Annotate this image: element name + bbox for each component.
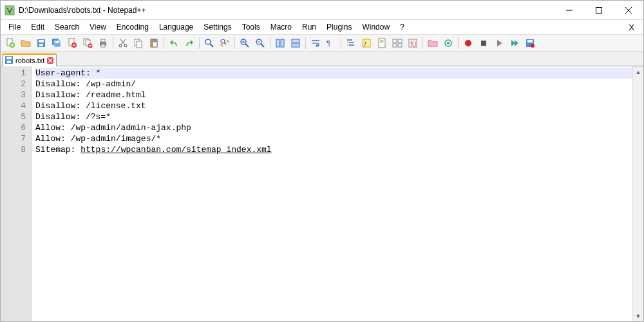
code-line[interactable]: Allow: /wp-admin/images/*	[35, 133, 632, 144]
code-line[interactable]: Disallow: /?s=*	[35, 111, 632, 122]
undo-icon[interactable]	[167, 36, 181, 50]
menu-language[interactable]: Language	[154, 21, 198, 33]
wrap-icon[interactable]	[308, 36, 323, 50]
stop-icon[interactable]	[477, 36, 491, 50]
title-bar: D:\Downloads\robots.txt - Notepad++	[1, 1, 643, 20]
svg-line-27	[121, 39, 126, 44]
svg-point-73	[531, 44, 535, 48]
svg-point-25	[119, 44, 122, 47]
code-line[interactable]: Allow: /wp-admin/admin-ajax.php	[35, 122, 632, 133]
svg-rect-14	[55, 41, 59, 43]
menu-plugins[interactable]: Plugins	[321, 21, 357, 33]
svg-rect-30	[137, 41, 142, 48]
code-line[interactable]: Disallow: /readme.html	[35, 90, 632, 100]
paste-icon[interactable]	[147, 36, 161, 50]
play-multi-icon[interactable]	[507, 36, 522, 50]
scroll-track[interactable]	[633, 77, 643, 310]
svg-point-69	[465, 40, 471, 46]
cut-icon[interactable]	[116, 36, 130, 50]
menu-encoding[interactable]: Encoding	[111, 21, 154, 33]
udlanguage-icon[interactable]: ƒ	[359, 36, 374, 50]
monitor-icon[interactable]	[441, 36, 455, 50]
save-indicator-icon	[5, 56, 13, 65]
menubar-close-button[interactable]: X	[622, 21, 641, 33]
svg-rect-75	[6, 57, 12, 59]
svg-rect-62	[398, 39, 402, 43]
minimize-button[interactable]	[554, 1, 584, 20]
zoom-in-icon[interactable]	[238, 36, 252, 50]
sitemap-link[interactable]: https://wpcanban.com/sitemap_index.xml	[80, 145, 271, 155]
record-icon[interactable]	[461, 36, 475, 50]
svg-rect-10	[39, 40, 44, 43]
func-list-icon[interactable]: f()	[406, 36, 420, 50]
save-icon[interactable]	[34, 36, 48, 50]
whitespace-icon[interactable]: ¶	[324, 36, 338, 50]
svg-rect-23	[101, 39, 105, 42]
svg-rect-11	[39, 44, 43, 46]
svg-rect-61	[393, 39, 397, 43]
play-icon[interactable]	[492, 36, 506, 50]
folder-icon[interactable]	[426, 36, 440, 50]
vertical-scrollbar[interactable]: ▲ ▼	[632, 66, 643, 321]
save-macro-icon[interactable]	[523, 36, 537, 50]
menu-view[interactable]: View	[84, 21, 111, 33]
maximize-button[interactable]	[584, 1, 614, 20]
scroll-down-arrow-icon[interactable]: ▼	[633, 310, 643, 321]
tab-bar: robots.txt	[1, 52, 643, 66]
menu-bar: FileEditSearchViewEncodingLanguageSettin…	[1, 20, 643, 34]
code-line[interactable]: Sitemap: https://wpcanban.com/sitemap_in…	[35, 144, 632, 155]
print-icon[interactable]	[96, 36, 110, 50]
new-file-icon[interactable]	[3, 36, 17, 50]
open-file-icon[interactable]	[19, 36, 33, 50]
close-all-icon[interactable]	[80, 36, 95, 50]
line-number-gutter: 12345678	[1, 66, 32, 321]
replace-icon[interactable]	[218, 36, 232, 50]
menu-tools[interactable]: Tools	[237, 21, 265, 33]
svg-line-39	[245, 44, 249, 47]
close-icon[interactable]	[65, 36, 79, 50]
menu-run[interactable]: Run	[297, 21, 321, 33]
menu-settings[interactable]: Settings	[198, 21, 236, 33]
redo-icon[interactable]	[182, 36, 196, 50]
code-line[interactable]: User-agent: *	[35, 68, 632, 79]
find-icon[interactable]	[202, 36, 216, 50]
svg-rect-58	[380, 40, 384, 41]
svg-point-68	[447, 42, 450, 44]
file-tab[interactable]: robots.txt	[2, 53, 57, 66]
svg-rect-64	[398, 44, 402, 47]
menu-edit[interactable]: Edit	[26, 21, 50, 33]
tab-close-button[interactable]	[47, 57, 53, 64]
svg-point-34	[205, 39, 211, 44]
svg-rect-45	[276, 39, 279, 47]
code-line[interactable]: Disallow: /license.txt	[35, 100, 632, 111]
copy-icon[interactable]	[131, 36, 146, 50]
svg-rect-46	[281, 39, 284, 47]
menu-file[interactable]: File	[3, 21, 26, 33]
code-line[interactable]: Disallow: /wp-admin/	[35, 79, 632, 90]
indent-guide-icon[interactable]	[344, 36, 358, 50]
scroll-up-arrow-icon[interactable]: ▲	[633, 66, 643, 77]
svg-rect-32	[152, 39, 156, 41]
code-editor[interactable]: User-agent: *Disallow: /wp-admin/Disallo…	[32, 66, 632, 321]
doc-map-icon[interactable]	[375, 36, 389, 50]
menu-help[interactable]: ?	[395, 21, 410, 33]
zoom-out-icon[interactable]	[253, 36, 267, 50]
save-all-icon[interactable]	[50, 36, 64, 50]
svg-text:f(): f()	[410, 40, 416, 47]
editor-area: 12345678 User-agent: *Disallow: /wp-admi…	[1, 66, 643, 321]
svg-point-26	[124, 44, 127, 47]
sync-v-icon[interactable]	[273, 36, 287, 50]
menu-window[interactable]: Window	[357, 21, 395, 33]
close-window-button[interactable]	[614, 1, 643, 20]
svg-rect-47	[292, 39, 299, 43]
menu-macro[interactable]: Macro	[265, 21, 297, 33]
svg-rect-60	[380, 43, 384, 43]
svg-rect-2	[596, 7, 602, 13]
sync-h-icon[interactable]	[289, 36, 303, 50]
svg-rect-59	[380, 41, 383, 42]
window-title: D:\Downloads\robots.txt - Notepad++	[19, 6, 554, 15]
svg-rect-63	[393, 44, 397, 47]
menu-search[interactable]: Search	[50, 21, 84, 33]
doc-list-icon[interactable]	[390, 36, 404, 50]
tab-label: robots.txt	[15, 57, 44, 64]
